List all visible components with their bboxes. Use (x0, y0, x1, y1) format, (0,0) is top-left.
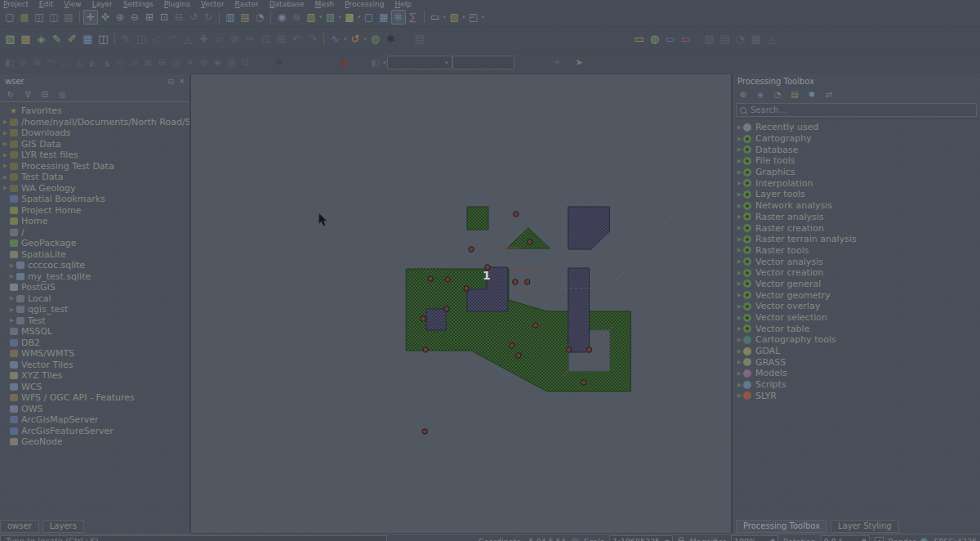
menu-processing[interactable]: Processing (345, 0, 384, 8)
render-checkbox[interactable]: ✓ (875, 537, 884, 541)
toolbox-group[interactable]: ▶ Raster terrain analysis (733, 234, 980, 245)
toolbox-group[interactable]: ▶ Cartography tools (733, 334, 980, 346)
toolbox-group[interactable]: ▶ Graphics (733, 167, 980, 178)
edit-tool-4-icon[interactable]: ◠ (44, 56, 58, 69)
browser-item[interactable]: / (0, 227, 189, 239)
browser-item[interactable]: OWS (0, 404, 189, 415)
zoom-full-icon[interactable]: ⊞ (142, 10, 157, 25)
browser-item[interactable]: ▶ccccoc.sqlite (0, 260, 189, 271)
browser-item[interactable]: ★Favorites (0, 105, 189, 117)
chevron-down-icon[interactable]: ▾ (358, 14, 361, 20)
expand-arrow-icon[interactable]: ▶ (736, 392, 743, 399)
expand-arrow-icon[interactable]: ▶ (736, 337, 743, 343)
edit-tool-12-icon[interactable]: ⊟ (155, 56, 169, 69)
expand-arrow-icon[interactable]: ▶ (2, 185, 9, 191)
menu-raster[interactable]: Raster (235, 0, 259, 8)
right-dock-tab[interactable]: Layer Styling (831, 520, 899, 533)
processing-toolbox-icon[interactable]: ✻ (391, 10, 406, 25)
left-dock-tab[interactable]: owser (0, 520, 39, 533)
zoom-to-selection-icon[interactable]: ⊡ (157, 10, 172, 25)
expand-arrow-icon[interactable]: ▶ (736, 146, 743, 153)
save-project-as-icon[interactable]: ◫ (47, 10, 61, 25)
browser-item[interactable]: WMS/WMTS (0, 348, 189, 360)
browser-item[interactable]: GeoPackage (0, 238, 189, 249)
modify-attributes-icon[interactable]: ▱ (212, 31, 227, 47)
expand-arrow-icon[interactable]: ▶ (736, 136, 743, 142)
refresh-icon[interactable]: ↻ (5, 88, 16, 100)
browser-item[interactable]: ▶qgis_test (0, 304, 189, 315)
browser-properties-icon[interactable]: ◎ (56, 88, 68, 100)
map-tips-icon[interactable]: ◰ (466, 10, 481, 25)
vertex-tool-icon[interactable]: ✚ (196, 31, 212, 47)
expand-arrow-icon[interactable]: ▶ (736, 236, 743, 243)
browser-item[interactable]: Project Home (0, 205, 189, 217)
map-canvas[interactable]: 1 (190, 74, 732, 534)
expand-arrow-icon[interactable]: ▶ (736, 370, 743, 377)
toolbox-group[interactable]: ▶ SLYR (733, 391, 980, 402)
new-spatialite-icon[interactable]: ✐ (65, 31, 80, 47)
pan-to-selection-icon[interactable]: ✜ (98, 10, 113, 25)
toolbox-group[interactable]: ▶ Vector analysis (733, 256, 980, 267)
browser-item[interactable]: Spatial Bookmarks (0, 194, 189, 205)
expand-arrow-icon[interactable]: ▶ (736, 169, 743, 176)
new-shapefile-icon[interactable]: ✎ (49, 31, 65, 47)
browser-item[interactable]: ▶Downloads (0, 127, 189, 139)
close-panel-icon[interactable]: ✕ (179, 78, 185, 85)
browser-item[interactable]: DB2 (0, 338, 189, 349)
float-panel-icon[interactable]: ◱ (168, 78, 175, 85)
rotation-spinbox[interactable]: 0.0 ° (821, 535, 870, 541)
select-by-value-icon[interactable]: ▧ (323, 10, 338, 25)
chevron-down-icon[interactable]: ▾ (443, 14, 447, 20)
edit-tool-5-icon[interactable]: ◡ (58, 56, 72, 69)
expand-arrow-icon[interactable]: ▶ (736, 191, 743, 198)
menu-database[interactable]: Database (270, 0, 305, 8)
expand-arrow-icon[interactable]: ▶ (2, 174, 9, 181)
toolbox-group[interactable]: ▶ Raster creation (733, 222, 980, 234)
toolbox-group[interactable]: ▶ Vector general (733, 279, 980, 290)
zoom-out-icon[interactable]: ⊖ (127, 10, 142, 25)
browser-item[interactable]: Vector Tiles (0, 360, 189, 371)
record-icon[interactable]: ◕ (336, 56, 350, 69)
edit-tool-14-icon[interactable]: ✕ (183, 56, 197, 69)
browser-item[interactable]: ▶Test Data (0, 172, 189, 183)
models-menu-icon[interactable]: ◈ (755, 88, 766, 100)
plane-icon[interactable]: ✈ (550, 56, 564, 69)
chevron-down-icon[interactable]: ▾ (462, 14, 466, 20)
filter-browser-icon[interactable]: ∇ (22, 88, 33, 100)
toolbox-group[interactable]: ▶ Scripts (733, 379, 980, 391)
identify-features-icon[interactable]: ◉ (274, 10, 289, 25)
locate-input[interactable]: Type to locate (Ctrl+K) (0, 535, 387, 541)
browser-item[interactable]: MSSQL (0, 326, 189, 338)
expand-arrow-icon[interactable]: ▶ (736, 258, 743, 265)
browser-item[interactable]: ▶GIS Data (0, 139, 189, 150)
chevron-down-icon[interactable]: ▾ (339, 14, 342, 20)
label-blue-icon[interactable]: ▭ (662, 31, 678, 47)
label-pink-icon[interactable]: ▭ (678, 31, 693, 47)
browser-item[interactable]: GeoNode (0, 436, 189, 448)
deselect-features-icon[interactable]: ▩ (342, 10, 357, 25)
edit-tool-9-icon[interactable]: ◇ (114, 56, 127, 69)
expand-arrow-icon[interactable]: ▶ (8, 317, 16, 324)
new-map-view-icon[interactable]: ▢ (362, 10, 376, 25)
attribute-table-icon[interactable]: ▦ (376, 10, 391, 25)
new-virtual-layer-icon[interactable]: ▦ (80, 31, 96, 47)
menu-vector[interactable]: Vector (201, 0, 225, 8)
toolbox-group[interactable]: ▶ Vector creation (733, 267, 980, 279)
run-feature-action-icon[interactable]: ⊚ (289, 10, 304, 25)
pointer-capture-icon[interactable]: ➤ (572, 56, 586, 69)
expand-arrow-icon[interactable]: ▶ (736, 348, 743, 355)
edit-tool-3-icon[interactable]: ⊚ (30, 56, 44, 69)
paste-features-icon[interactable]: ⊞ (274, 31, 289, 47)
pan-map-icon[interactable]: ✛ (83, 10, 98, 25)
save-edits-icon[interactable]: ◫ (134, 31, 149, 47)
toolbox-group[interactable]: ▶ GDAL (733, 346, 980, 357)
expand-arrow-icon[interactable]: ▶ (736, 359, 743, 365)
collapse-all-icon[interactable]: ⊟ (39, 88, 51, 100)
crs-globe-icon[interactable] (920, 538, 929, 541)
edit-tool-7-icon[interactable]: ◭ (86, 56, 100, 69)
browser-item[interactable]: ▶/home/nyall/Documents/North Road/SLYR (0, 117, 189, 128)
cut-features-icon[interactable]: ✂ (243, 31, 258, 47)
toolbox-group[interactable]: ▶ Interpolation (733, 177, 980, 189)
expand-arrow-icon[interactable]: ▶ (8, 306, 16, 313)
toolbox-group[interactable]: ▶ Network analysis (733, 200, 980, 212)
